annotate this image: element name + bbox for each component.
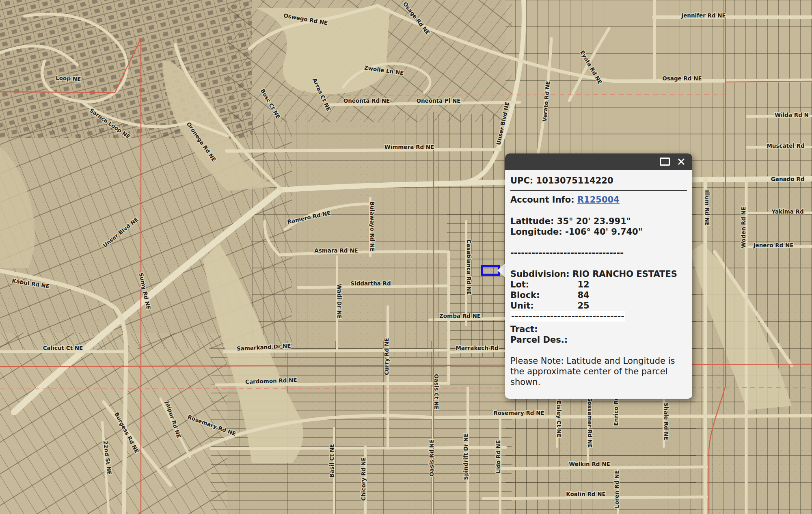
road-label: Oasis Rd NE — [428, 439, 435, 476]
road-label: Zomba Rd NE — [439, 313, 481, 319]
dashed-separator-2: -------------------------------- — [510, 311, 625, 322]
maximize-icon[interactable] — [660, 158, 670, 166]
road-label: Loop NE — [56, 74, 81, 82]
subdivision-label: Subdivision: — [510, 269, 570, 279]
road-label: Curry Rd NE — [383, 338, 390, 375]
road-label: Osage Rd NE — [662, 75, 702, 82]
road-label: Illum Rd NE — [704, 190, 710, 226]
subdivision-value: RIO RANCHO ESTATES — [572, 269, 677, 279]
popup-body: UPC: 1013075114220 Account Info: R125004… — [505, 170, 692, 387]
tract-line: Tract: — [510, 324, 687, 335]
road-label: Lido Rd NE — [495, 440, 501, 473]
road-label: Basil Ct NE — [328, 444, 335, 478]
parcel-des-line: Parcel Des.: — [510, 335, 687, 345]
road-label: Woden Rd NE — [740, 207, 747, 248]
upc-line: UPC: 1013075114220 — [510, 175, 687, 186]
latitude-value: 35° 20' 23.991" — [557, 216, 631, 226]
road-label: Casablanca Rd NE — [466, 240, 472, 295]
upc-value: 1013075114220 — [536, 176, 613, 186]
subdivision-line: Subdivision: RIO RANCHO ESTATES — [510, 269, 687, 279]
divider — [510, 190, 687, 191]
unit-value: 25 — [571, 300, 596, 311]
road-label: Marrakech Rd — [456, 345, 498, 351]
account-label: Account Info: — [510, 195, 574, 205]
road-label: Wimmera Rd NE — [384, 144, 434, 150]
longitude-line: Longitude: -106° 40' 9.740" — [510, 227, 687, 237]
road-label: Jennifer Rd NE — [681, 12, 726, 19]
road-label: Eisley Ct NE — [556, 401, 562, 438]
road-label: Asmara Rd NE — [314, 247, 358, 254]
road-label: Chicory Rd NE — [360, 458, 367, 501]
road-label: Oneonta Pl NE — [416, 97, 460, 104]
road-label: Oasis Ct NE — [433, 374, 440, 410]
dashed-separator-2-wrap: -------------------------------- — [510, 311, 687, 324]
parcel-des-label: Parcel Des.: — [510, 335, 568, 345]
road-label: Wadi Dr NE — [336, 284, 343, 319]
road-label: Calicut Ct NE — [43, 345, 83, 351]
tract-label: Tract: — [510, 324, 538, 334]
road-label: Muscatel Rd — [767, 143, 804, 149]
dashed-separator: -------------------------------- — [510, 248, 687, 258]
lot-value: 12 — [571, 279, 596, 290]
road-label: Loren Rd NE — [613, 470, 620, 508]
account-link[interactable]: R125004 — [577, 195, 620, 205]
block-label: Block: — [510, 290, 571, 300]
road-label: Koalin Rd NE — [566, 491, 605, 497]
road-label: Oneonta Rd NE — [343, 97, 390, 104]
latitude-label: Latitude: — [510, 216, 554, 226]
road-label: Spindrift Dr NE — [462, 434, 469, 480]
upc-label: UPC: — [510, 176, 533, 186]
unit-label: Unit: — [510, 300, 571, 311]
road-label: Bulawayo Rd NE — [369, 202, 376, 252]
block-row: Block: 84 — [510, 290, 687, 300]
lot-label: Lot: — [510, 279, 571, 290]
latitude-line: Latitude: 35° 20' 23.991" — [510, 216, 687, 227]
close-icon[interactable]: ✕ — [676, 156, 686, 167]
road-label: Gossamer Rd NE — [587, 397, 593, 447]
road-label: Jenero Rd NE — [753, 242, 794, 248]
road-label: Siddartha Rd — [350, 280, 391, 287]
longitude-label: Longitude: — [510, 227, 562, 237]
popup-pointer-tail — [497, 263, 506, 278]
longitude-value: -106° 40' 9.740" — [565, 227, 643, 237]
popup-note: Please Note: Latitude and Longitude is t… — [510, 356, 688, 387]
account-info-line: Account Info: R125004 — [510, 194, 687, 205]
road-label: Wilda Rd N — [775, 112, 809, 118]
gis-map-viewer: Jennifer Rd NEOswego Rd NEOsage Rd NEOsa… — [0, 0, 812, 514]
unit-row: Unit: 25 — [510, 300, 687, 311]
popup-titlebar: ✕ — [505, 153, 692, 170]
road-label: Rosemary Rd NE — [493, 410, 544, 416]
block-value: 84 — [571, 290, 596, 300]
road-label: Ganado Rd — [771, 176, 805, 182]
parcel-info-popup: ✕ UPC: 1013075114220 Account Info: R1250… — [505, 153, 692, 399]
road-label: Yakima Rd — [771, 208, 803, 215]
lot-row: Lot: 12 — [510, 279, 687, 290]
road-label: Welkin Rd NE — [569, 461, 610, 467]
road-label: Shale Rd NE — [663, 403, 669, 440]
